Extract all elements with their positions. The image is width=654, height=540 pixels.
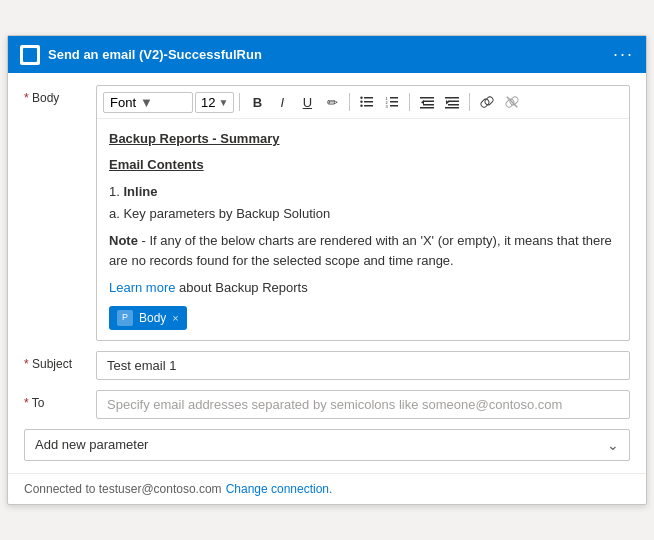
font-size-chevron-icon: ▼ — [218, 97, 228, 108]
indent-increase-icon — [445, 95, 459, 109]
font-group: Font ▼ — [103, 92, 193, 113]
svg-marker-16 — [421, 100, 424, 105]
svg-point-3 — [361, 97, 363, 99]
email-title: Backup Reports - Summary — [109, 129, 617, 149]
font-label: Font — [110, 95, 136, 110]
font-size-value: 12 — [201, 95, 215, 110]
learn-more-line: Learn more about Backup Reports — [109, 278, 617, 298]
editor-content-area[interactable]: Backup Reports - Summary Email Contents … — [97, 119, 629, 340]
ordered-list-icon: 1 2 3 — [385, 95, 399, 109]
note-text: - If any of the below charts are rendere… — [109, 233, 612, 268]
svg-rect-15 — [420, 107, 434, 109]
app-icon-inner — [23, 48, 37, 62]
link-group — [475, 90, 524, 114]
subject-label: Subject — [24, 351, 96, 371]
after-link-text: about Backup Reports — [175, 280, 307, 295]
indent-decrease-button[interactable] — [415, 90, 439, 114]
svg-rect-6 — [390, 97, 398, 99]
underline-button[interactable]: U — [295, 90, 319, 114]
token-close-button[interactable]: × — [172, 310, 178, 327]
ordered-list-button[interactable]: 1 2 3 — [380, 90, 404, 114]
add-param-chevron-icon: ⌄ — [607, 437, 619, 453]
font-selector[interactable]: Font ▼ — [103, 92, 193, 113]
card-title: Send an email (V2)-SuccessfulRun — [48, 47, 262, 62]
svg-rect-14 — [423, 104, 434, 106]
font-size-group: 12 ▼ — [195, 92, 234, 113]
change-connection-link[interactable]: Change connection. — [226, 482, 333, 496]
svg-rect-19 — [448, 104, 459, 106]
list-item-1-bold: Inline — [123, 184, 157, 199]
app-icon — [20, 45, 40, 65]
editor-note: Note - If any of the below charts are re… — [109, 231, 617, 270]
svg-rect-7 — [390, 101, 398, 103]
body-editor-wrap: Font ▼ 12 ▼ B — [96, 85, 630, 341]
subject-input-wrap — [96, 351, 630, 380]
toolbar-divider-3 — [409, 93, 410, 111]
svg-rect-18 — [448, 101, 459, 103]
overflow-menu-button[interactable]: ··· — [613, 44, 634, 65]
toolbar-divider-2 — [349, 93, 350, 111]
svg-rect-20 — [445, 107, 459, 109]
token-label: Body — [139, 309, 166, 327]
indent-decrease-icon — [420, 95, 434, 109]
insert-link-button[interactable] — [475, 90, 499, 114]
card-header: Send an email (V2)-SuccessfulRun ··· — [8, 36, 646, 73]
to-input-wrap — [96, 390, 630, 419]
font-chevron-icon: ▼ — [140, 95, 153, 110]
pen-icon: ✏ — [327, 95, 338, 110]
svg-rect-8 — [390, 105, 398, 107]
connected-text: Connected to testuser@contoso.com — [24, 482, 222, 496]
svg-rect-13 — [423, 101, 434, 103]
note-bold: Note — [109, 233, 138, 248]
subject-input[interactable] — [96, 351, 630, 380]
email-subtitle: Email Contents — [109, 155, 617, 175]
subject-form-row: Subject — [24, 351, 630, 380]
list-item-1: 1. Inline — [109, 182, 617, 202]
token-icon: P — [117, 310, 133, 326]
indent-group — [415, 90, 464, 114]
svg-text:3: 3 — [386, 104, 389, 109]
card-body: Body Font ▼ 12 — [8, 73, 646, 473]
pen-button[interactable]: ✏ — [320, 90, 344, 114]
svg-rect-1 — [364, 101, 373, 103]
editor-toolbar: Font ▼ 12 ▼ B — [97, 86, 629, 119]
body-form-row: Body Font ▼ 12 — [24, 85, 630, 341]
body-token-row: P Body × — [109, 298, 617, 330]
email-card: Send an email (V2)-SuccessfulRun ··· Bod… — [7, 35, 647, 505]
svg-rect-2 — [364, 105, 373, 107]
unlink-icon — [505, 95, 519, 109]
format-group: B I U ✏ — [245, 90, 344, 114]
svg-rect-12 — [420, 97, 434, 99]
add-param-dropdown[interactable]: Add new parameter ⌄ — [24, 429, 630, 461]
svg-rect-0 — [364, 97, 373, 99]
list-num-1: 1. — [109, 184, 123, 199]
to-form-row: To — [24, 390, 630, 419]
header-left: Send an email (V2)-SuccessfulRun — [20, 45, 262, 65]
svg-rect-17 — [445, 97, 459, 99]
to-label: To — [24, 390, 96, 410]
to-input[interactable] — [96, 390, 630, 419]
body-token[interactable]: P Body × — [109, 306, 187, 330]
list-item-1a: a. Key parameters by Backup Solution — [109, 204, 617, 224]
add-param-label: Add new parameter — [35, 437, 148, 452]
remove-link-button[interactable] — [500, 90, 524, 114]
indent-increase-button[interactable] — [440, 90, 464, 114]
svg-point-5 — [361, 105, 363, 107]
italic-button[interactable]: I — [270, 90, 294, 114]
toolbar-divider-4 — [469, 93, 470, 111]
unordered-list-icon — [360, 95, 374, 109]
card-footer: Connected to testuser@contoso.com Change… — [8, 473, 646, 504]
list-group: 1 2 3 — [355, 90, 404, 114]
font-size-selector[interactable]: 12 ▼ — [195, 92, 234, 113]
learn-more-link[interactable]: Learn more — [109, 280, 175, 295]
unordered-list-button[interactable] — [355, 90, 379, 114]
link-icon — [480, 95, 494, 109]
rich-text-editor: Font ▼ 12 ▼ B — [96, 85, 630, 341]
toolbar-divider-1 — [239, 93, 240, 111]
bold-button[interactable]: B — [245, 90, 269, 114]
svg-point-4 — [361, 101, 363, 103]
body-label: Body — [24, 85, 96, 105]
